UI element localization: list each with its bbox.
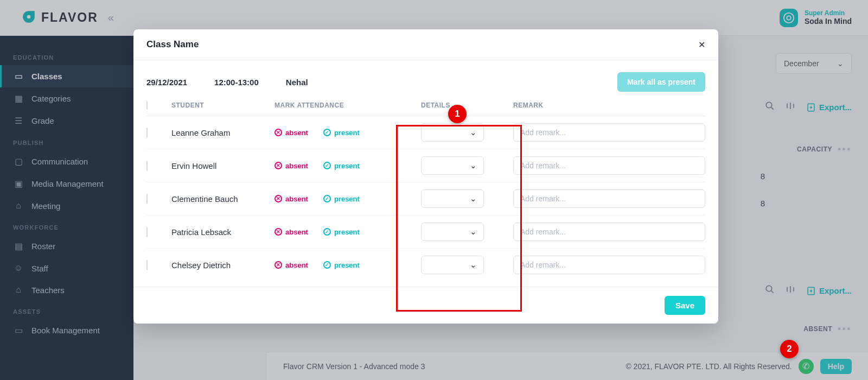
absent-icon [275,129,282,136]
absent-icon [275,162,282,169]
row-checkbox[interactable] [146,161,148,171]
present-label: present [334,195,360,203]
present-label: present [334,261,360,269]
table-row: Patricia Lebsack absent present ⌄ [146,216,705,249]
present-button[interactable]: present [323,228,360,236]
col-attendance: MARK ATTENDANCE [275,102,421,109]
absent-button[interactable]: absent [275,228,308,236]
remark-input[interactable] [513,123,705,142]
details-select[interactable]: ⌄ [421,156,484,175]
present-button[interactable]: present [323,261,360,269]
absent-button[interactable]: absent [275,261,308,269]
student-name: Leanne Graham [171,128,275,137]
absent-button[interactable]: absent [275,129,308,137]
absent-icon [275,228,282,236]
modal-title: Class Name [146,39,199,50]
present-icon [323,162,331,169]
present-label: present [334,162,360,170]
table-row: Clementine Bauch absent present ⌄ [146,182,705,216]
remark-input[interactable] [513,156,705,175]
row-checkbox[interactable] [146,227,148,237]
row-checkbox[interactable] [146,128,148,138]
present-button[interactable]: present [323,129,360,137]
absent-button[interactable]: absent [275,195,308,203]
chevron-down-icon: ⌄ [470,194,477,204]
present-icon [323,195,331,202]
absent-label: absent [285,195,308,203]
close-icon[interactable]: ✕ [698,40,705,50]
details-select[interactable]: ⌄ [421,189,484,208]
table-row: Ervin Howell absent present ⌄ [146,149,705,182]
remark-input[interactable] [513,256,705,274]
present-button[interactable]: present [323,195,360,203]
absent-label: absent [285,162,308,170]
present-button[interactable]: present [323,162,360,170]
attendance-modal: Class Name ✕ 29/12/2021 12:00-13:00 Neha… [133,29,718,324]
col-remark: REMARK [513,102,705,109]
student-name: Clementine Bauch [171,194,275,204]
present-icon [323,129,331,136]
modal-footer: Save [133,287,718,324]
row-checkbox[interactable] [146,194,148,204]
chevron-down-icon: ⌄ [470,227,477,237]
student-name: Patricia Lebsack [171,227,275,237]
modal-meta: 29/12/2021 12:00-13:00 Nehal Mark all as… [133,60,718,95]
col-details: DETAILS [421,102,513,109]
present-icon [323,228,331,236]
absent-label: absent [285,261,308,269]
chevron-down-icon: ⌄ [470,128,477,137]
table-row: Leanne Graham absent present ⌄ [146,116,705,149]
details-select[interactable]: ⌄ [421,256,484,274]
details-select[interactable]: ⌄ [421,223,484,241]
class-date: 29/12/2021 [146,78,187,87]
save-button[interactable]: Save [665,296,705,315]
attendance-table: STUDENT MARK ATTENDANCE DETAILS REMARK L… [133,95,718,287]
absent-icon [275,195,282,202]
absent-button[interactable]: absent [275,162,308,170]
row-checkbox[interactable] [146,260,148,270]
chevron-down-icon: ⌄ [470,161,477,170]
remark-input[interactable] [513,223,705,241]
mark-all-present-button[interactable]: Mark all as present [617,72,705,92]
chevron-down-icon: ⌄ [470,260,477,270]
details-select[interactable]: ⌄ [421,123,484,142]
absent-icon [275,261,282,269]
class-time: 12:00-13:00 [214,78,259,87]
modal-header: Class Name ✕ [133,29,718,60]
absent-label: absent [285,129,308,137]
remark-input[interactable] [513,189,705,208]
student-name: Ervin Howell [171,161,275,170]
present-icon [323,261,331,269]
present-label: present [334,129,360,137]
table-header: STUDENT MARK ATTENDANCE DETAILS REMARK [146,95,705,116]
table-row: Chelsey Dietrich absent present ⌄ [146,249,705,281]
absent-label: absent [285,228,308,236]
col-student: STUDENT [171,102,275,109]
present-label: present [334,228,360,236]
class-teacher: Nehal [286,78,308,87]
select-all-checkbox[interactable] [146,101,148,110]
student-name: Chelsey Dietrich [171,261,275,270]
